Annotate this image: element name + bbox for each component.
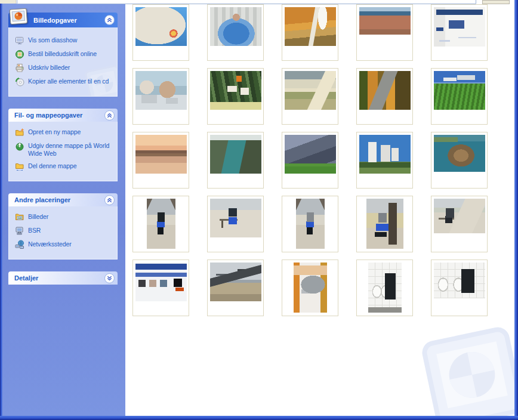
thumbnail-grid — [132, 4, 488, 316]
task-link-opret-en-ny-mappe[interactable]: Opret en ny mappe — [15, 128, 112, 137]
address-bar-edge[interactable] — [17, 0, 476, 4]
thumbnail-women-kitchen-laptops[interactable] — [132, 68, 189, 125]
thumbnail-facebook-page[interactable] — [431, 4, 488, 61]
toolbar-bottom-edge — [0, 0, 514, 4]
thumbnail-city-aerial-view[interactable] — [356, 4, 413, 61]
chevron-up-icon[interactable] — [104, 110, 115, 121]
pictures-folder-icon — [15, 212, 25, 222]
toolbar-fragment — [0, 0, 16, 4]
chevron-down-icon[interactable] — [104, 273, 115, 283]
thumbnail-autumn-forest-road[interactable] — [356, 68, 413, 125]
thumbnail-man-urinals-phone[interactable] — [431, 260, 488, 316]
task-link-udskriv-billeder[interactable]: Udskriv billeder — [15, 63, 112, 73]
thumbnail-sunset-river-reflection[interactable] — [132, 132, 189, 189]
folder-view — [125, 4, 514, 416]
thumbnail-autumn-church-fence[interactable] — [282, 4, 338, 61]
thumbnail-image — [368, 262, 402, 313]
task-link-label: Udgiv denne mappe på World Wide Web — [28, 141, 112, 158]
computer-icon — [15, 226, 25, 236]
thumbnail-image — [434, 7, 485, 47]
panel-body-file-folder-tasks: Opret en ny mappeUdgiv denne mappe på Wo… — [8, 122, 118, 181]
thumbnail-image — [366, 199, 403, 249]
chevron-up-icon[interactable] — [104, 15, 115, 25]
my-pictures-icon — [10, 8, 29, 25]
thumbnail-white-towers-park[interactable] — [356, 132, 413, 189]
panel-title: Billedopgaver — [33, 17, 77, 24]
go-button-edge[interactable] — [482, 0, 510, 4]
thumbnail-image — [285, 71, 336, 110]
thumbnail-image — [434, 71, 485, 110]
task-link-billeder[interactable]: Billeder — [15, 212, 112, 222]
panel-header-other-places[interactable]: Andre placeringer — [8, 193, 118, 206]
thumbnail-image — [210, 7, 261, 46]
panel-body-picture-tasks: Vis som diasshowBestil billedudskrift on… — [8, 27, 118, 97]
task-link-label: Kopier alle elementer til en cd — [28, 77, 109, 85]
thumbnail-protest-crowd-signs[interactable] — [207, 68, 264, 125]
panel-file-folder-tasks: Fil- og mappeopgaver Opret en ny mappeUd… — [8, 109, 118, 181]
panel-header-picture-tasks[interactable]: Billedopgaver — [8, 13, 118, 27]
task-link-label: Del denne mappe — [28, 162, 76, 170]
thumbnail-image — [135, 71, 187, 110]
panel-header-details[interactable]: Detaljer — [8, 271, 118, 285]
thumbnail-man-jogging-1[interactable] — [132, 196, 189, 252]
print-icon — [15, 63, 25, 73]
task-pane: Billedopgaver Vis som diasshowBestil bil… — [2, 4, 125, 416]
thumbnail-image — [135, 135, 187, 174]
panel-body-other-places: BillederBSRNetværkssteder — [8, 206, 118, 260]
thumbnail-field-path-wind-turbines[interactable] — [282, 68, 338, 125]
thumbnail-bridge-boardwalk[interactable] — [207, 260, 264, 316]
thumbnail-man-jogging-2[interactable] — [282, 196, 338, 252]
thumbnail-image — [135, 7, 187, 46]
thumbnail-man-striped-polo[interactable] — [207, 4, 264, 61]
share-folder-icon — [15, 162, 25, 171]
task-link-kopier-alle-elementer-til-en-cd[interactable]: Kopier alle elementer til en cd — [15, 77, 112, 87]
task-link-label: Billeder — [28, 212, 48, 221]
thumbnail-image — [210, 135, 261, 174]
task-link-label: Vis som diasshow — [28, 36, 77, 44]
task-link-label: Bestil billedudskrift online — [28, 50, 97, 58]
thumbnail-man-bench-path[interactable] — [431, 196, 488, 252]
chevron-up-icon[interactable] — [104, 195, 115, 205]
publish-web-icon — [15, 141, 25, 151]
task-link-bestil-billedudskrift-online[interactable]: Bestil billedudskrift online — [15, 50, 112, 59]
thumbnail-man-sitting-bench[interactable] — [207, 196, 264, 252]
thumbnail-man-stretching-tree[interactable] — [356, 196, 413, 252]
thumbnail-fjord-teal-water[interactable] — [207, 132, 264, 189]
thumbnail-island-monastery-aerial[interactable] — [431, 132, 488, 189]
thumbnail-image — [147, 199, 175, 249]
thumbnail-woman-laptop-cafe[interactable] — [282, 260, 338, 316]
panel-other-places: Andre placeringer BillederBSRNetværksste… — [8, 193, 118, 260]
thumbnail-image — [285, 135, 336, 174]
task-link-del-denne-mappe[interactable]: Del denne mappe — [15, 162, 112, 171]
thumbnail-cliff-green-meadow[interactable] — [282, 132, 338, 189]
panel-header-file-folder-tasks[interactable]: Fil- og mappeopgaver — [8, 109, 118, 122]
new-folder-icon — [15, 128, 25, 137]
thumbnail-image — [359, 7, 411, 35]
thumbnail-image — [210, 199, 261, 237]
task-link-vis-som-diasshow[interactable]: Vis som diasshow — [15, 36, 112, 45]
thumbnail-man-at-urinal[interactable] — [356, 260, 413, 316]
window-border-left — [0, 4, 2, 420]
thumbnail-image — [135, 262, 187, 301]
thumbnail-image — [294, 262, 327, 313]
panel-details: Detaljer — [8, 271, 118, 285]
task-link-label: Opret en ny mappe — [28, 128, 81, 136]
task-link-netværkssteder[interactable]: Netværkssteder — [15, 240, 112, 249]
explorer-window: Billedopgaver Vis som diasshowBestil bil… — [0, 0, 518, 420]
thumbnail-myspace-page[interactable] — [132, 260, 189, 316]
window-border-right — [514, 0, 518, 420]
thumbnail-image — [296, 199, 325, 249]
panel-title: Fil- og mappeopgaver — [14, 112, 82, 119]
task-link-label: Netværkssteder — [28, 240, 72, 248]
thumbnail-image — [434, 262, 485, 298]
panel-title: Andre placeringer — [14, 196, 70, 203]
panel-picture-tasks: Billedopgaver Vis som diasshowBestil bil… — [8, 13, 118, 97]
thumbnail-cartoon-frame-man-at-desk[interactable] — [132, 4, 189, 61]
thumbnail-image — [434, 199, 485, 233]
task-link-bsr[interactable]: BSR — [15, 226, 112, 236]
task-link-label: Udskriv billeder — [28, 63, 70, 72]
copy-cd-icon — [15, 77, 25, 87]
thumbnail-green-field-rows[interactable] — [431, 68, 488, 125]
my-pictures-watermark-icon — [416, 321, 514, 416]
task-link-udgiv-denne-mappe-på-world-wide-web[interactable]: Udgiv denne mappe på World Wide Web — [15, 141, 112, 158]
